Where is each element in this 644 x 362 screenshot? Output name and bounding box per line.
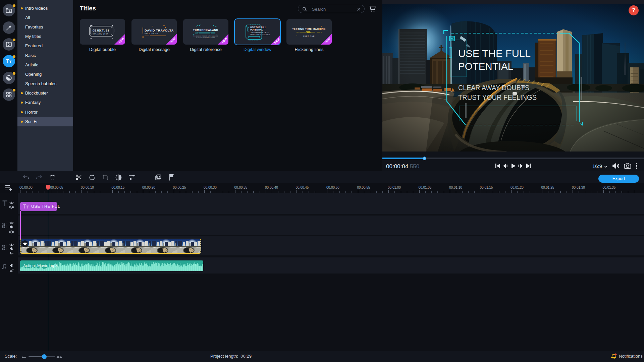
svg-text:THE BIGGEST PREMIUM IN THE UNI: THE BIGGEST PREMIUM IN THE UNIVERSE (193, 36, 218, 37)
svg-text:POTENTIAL: POTENTIAL (458, 61, 513, 72)
svg-text:CLEAR AWAY DOUBTS: CLEAR AWAY DOUBTS (250, 32, 269, 34)
svg-text:USE THE FULL: USE THE FULL (250, 26, 266, 28)
svg-text:OBJECT.01: OBJECT.01 (93, 29, 109, 33)
svg-text:TRUST YOUR FEELINGS: TRUST YOUR FEELINGS (250, 34, 270, 36)
svg-text:DAVID TRAVOLTA: DAVID TRAVOLTA (145, 28, 174, 32)
svg-text:CLEAR AWAY DOUBTS: CLEAR AWAY DOUBTS (458, 83, 529, 92)
svg-text:044.ARKL-2587: 044.ARKL-2587 (93, 33, 108, 35)
svg-text:TESTING TIME MACHINE: TESTING TIME MACHINE (292, 27, 326, 31)
svg-text:PRODUCER: PRODUCER (145, 33, 158, 35)
svg-text:USE THE FULL: USE THE FULL (458, 48, 531, 59)
svg-text:TRUST YOUR FEELINGS: TRUST YOUR FEELINGS (458, 93, 537, 102)
svg-text:IS NO ONE HELPS EACH OTHER: IS NO ONE HELPS EACH OTHER (196, 37, 215, 39)
svg-text:PART ONE: PART ONE (303, 35, 315, 37)
svg-text:TOMORROWLAND: TOMORROWLAND (193, 28, 218, 32)
svg-text:POTENTIAL: POTENTIAL (250, 28, 263, 31)
